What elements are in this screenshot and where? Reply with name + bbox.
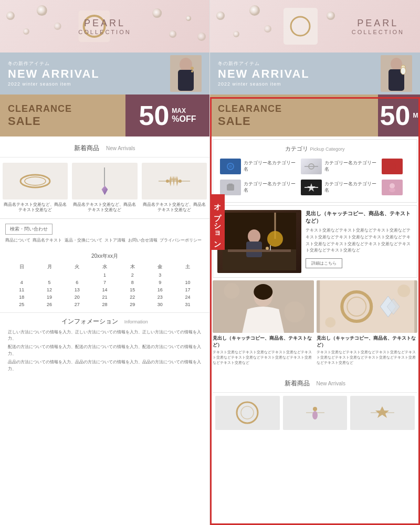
footer-link[interactable]: 商品について: [5, 238, 30, 243]
list-item[interactable]: カテゴリー名カテゴリー名: [218, 157, 297, 176]
product-img-2: [72, 163, 137, 200]
footer-link[interactable]: お問い合せ清報: [128, 238, 158, 243]
svg-point-55: [284, 301, 305, 322]
category-jp: カテゴリ: [285, 145, 308, 152]
list-item[interactable]: [283, 396, 348, 432]
new-arrival-season-r: 2022 winter season item: [218, 81, 381, 87]
table-row: 25262728293031: [8, 301, 202, 308]
bottom-product-img-2: [283, 396, 348, 430]
svg-point-10: [180, 58, 192, 71]
new-arrival-text-left: 冬の新作アイテム NEW ARRIVAL 2022 winter season …: [8, 60, 170, 87]
list-item[interactable]: [380, 178, 412, 197]
search-box[interactable]: 検索・問い合わせ: [5, 224, 52, 235]
pearl-banner-text: PEARL COLLECTION: [78, 18, 131, 35]
craftsman-img: [217, 210, 301, 273]
svg-point-46: [248, 229, 260, 243]
clearance-line2-r: SALE: [218, 114, 282, 128]
cal-day-thu: 木: [119, 262, 146, 271]
svg-point-7: [197, 33, 206, 41]
footer-nav: 検索・問い合わせ 商品について 商品名テキスト 返品・交換について ストア清報 …: [0, 218, 209, 248]
svg-point-4: [152, 8, 162, 18]
list-item[interactable]: カテゴリー名カテゴリー名: [218, 178, 297, 197]
bottom-new-jp: 新着商品: [285, 380, 310, 387]
list-item[interactable]: [380, 157, 412, 176]
svg-point-18: [166, 180, 169, 183]
bottom-product-img-1: [215, 396, 280, 430]
clearance-text: CLEARANCE SALE: [8, 103, 72, 128]
new-arrival-small-r: 冬の新作アイテム: [218, 60, 381, 67]
svg-point-5: [169, 30, 176, 38]
clearance-line1-r: CLEARANCE: [218, 103, 282, 114]
svg-point-2: [37, 5, 47, 16]
svg-point-35: [388, 163, 396, 170]
category-name-5: カテゴリー名カテゴリー名: [324, 181, 376, 193]
info-item-1: 正しい方法についての情報を入力、正しい方法についての情報を入力、正しい方法につい…: [8, 329, 202, 343]
svg-point-62: [397, 285, 410, 297]
category-thumb-2: [301, 159, 322, 174]
info-section: インフォメーション Information 正しい方法についての情報を入力、正し…: [0, 312, 209, 379]
list-item[interactable]: 見出し（キャッチコピー、商品名、テキストなど） テキスト交差などテキスト交差など…: [317, 280, 418, 365]
footer-link[interactable]: 商品名テキスト: [33, 238, 62, 243]
list-item[interactable]: [350, 396, 415, 432]
svg-point-1: [23, 28, 29, 35]
detail-button[interactable]: 詳細はこちら: [306, 258, 342, 268]
list-item[interactable]: 商品名テキスト交差など、商品名テキスト交差など: [142, 163, 207, 213]
table-row: 11121314151617: [8, 286, 202, 293]
svg-point-67: [312, 411, 318, 419]
svg-point-30: [401, 67, 406, 75]
svg-point-19: [178, 180, 182, 183]
pearl-banner-left: PEARL COLLECTION: [0, 0, 209, 52]
svg-point-61: [325, 317, 335, 328]
svg-point-0: [6, 12, 15, 20]
bottom-product-grid: [213, 393, 417, 435]
svg-rect-11: [178, 70, 194, 91]
svg-point-3: [54, 23, 61, 30]
category-name-2: カテゴリー名カテゴリー名: [324, 160, 376, 172]
clearance-left: CLEARANCE SALE: [0, 94, 125, 136]
bottom-product-img-3: [350, 396, 415, 430]
svg-point-13: [191, 70, 193, 72]
new-arrival-img: [170, 55, 202, 92]
footer-link[interactable]: 返品・交換について: [65, 238, 102, 243]
new-arrivals-header: 新着商品 New Arrivals: [0, 136, 209, 158]
list-item[interactable]: [215, 396, 280, 432]
photo-caption-1: 見出し（キャッチコピー、商品名、テキストなど）: [213, 335, 314, 349]
new-arrival-big-r: NEW ARRIVAL: [218, 68, 381, 80]
category-thumb-3: [382, 159, 403, 174]
cal-day-mon: 月: [36, 262, 64, 271]
new-arrivals-en: New Arrivals: [106, 145, 135, 151]
list-item[interactable]: 見出し（キャッチコピー、商品名、テキストなど） テキスト交差などテキスト交差など…: [213, 280, 314, 365]
feature-text: 見出し（キャッチコピー、商品名、テキストなど） テキスト交差などテキスト交差など…: [306, 210, 413, 268]
clearance-left-r: CLEARANCE SALE: [210, 94, 378, 136]
svg-point-66: [313, 407, 317, 411]
new-arrival-big: NEW ARRIVAL: [8, 68, 170, 80]
pearl-banner-right: PEARL COLLECTION: [210, 0, 420, 52]
category-header: カテゴリ Pickup Category: [218, 145, 412, 153]
photo-desc-2: テキスト交差などテキスト交差などテキスト交差などテキスト交差などテキスト交差など…: [317, 350, 418, 365]
feature-img: [217, 210, 301, 273]
list-item[interactable]: 商品名テキスト交差など、商品名テキスト交差など: [72, 163, 137, 213]
new-arrival-season: 2022 winter season item: [8, 81, 170, 87]
footer-link[interactable]: ストア清報: [104, 238, 125, 243]
svg-point-23: [264, 25, 271, 33]
left-panel: PEARL COLLECTION 冬の新作アイテム NEW ARRIVAL 20…: [0, 0, 210, 525]
product-name-2: 商品名テキスト交差など、商品名テキスト交差など: [72, 202, 137, 213]
pearl-banner-text-right: PEARL COLLECTION: [352, 18, 404, 35]
table-row: 123: [8, 271, 202, 279]
list-item[interactable]: カテゴリー名カテゴリー名: [299, 157, 378, 176]
bottom-new-arrivals: 新着商品 New Arrivals: [210, 368, 420, 435]
calendar-section: 20xx年xx月 日 月 火 水 木 金 土 123 45678910 1112…: [0, 248, 209, 312]
product-name-3: 商品名テキスト交差など、商品名テキスト交差など: [142, 202, 207, 213]
svg-marker-17: [169, 176, 178, 186]
svg-point-12: [191, 67, 194, 70]
footer-link[interactable]: プライバシーポリシー: [160, 238, 202, 243]
category-en: Pickup Category: [310, 146, 345, 152]
list-item[interactable]: カテゴリー名カテゴリー名: [299, 178, 378, 197]
svg-rect-37: [228, 183, 233, 185]
info-item-3: 品品の方法についての情報を入力、品品の方法についての情報を入力、品品の方法につい…: [8, 359, 202, 373]
clearance-text-r: CLEARANCE SALE: [218, 103, 282, 128]
clearance-banner-right: CLEARANCE SALE 50 M: [210, 94, 420, 136]
list-item[interactable]: 商品名テキスト交差など、商品名テキスト交差など: [3, 163, 68, 213]
product-img-3: [142, 163, 207, 200]
svg-marker-69: [375, 406, 389, 418]
